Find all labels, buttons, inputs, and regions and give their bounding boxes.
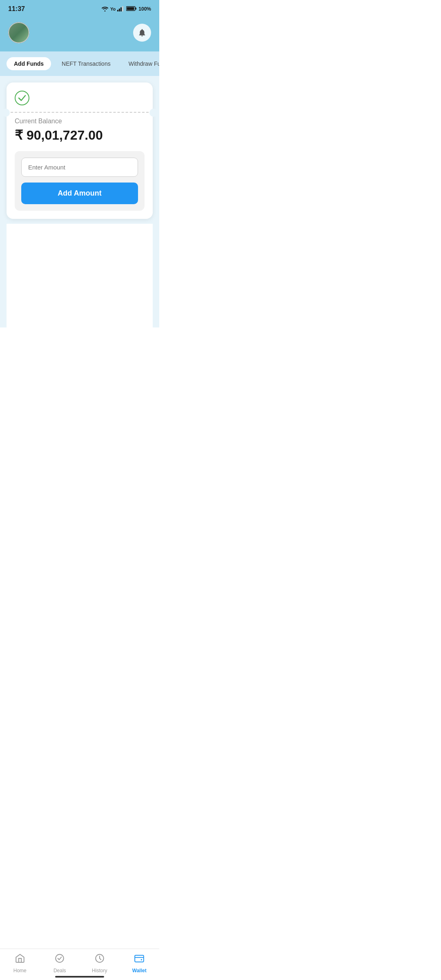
success-icon	[15, 91, 145, 107]
tab-withdraw-funds[interactable]: Withdraw Funds	[121, 57, 159, 70]
bell-icon	[138, 28, 147, 37]
avatar-image	[8, 22, 29, 43]
svg-point-7	[15, 91, 29, 105]
svg-rect-2	[120, 7, 122, 11]
main-content: Current Balance ₹ 90,01,727.00 Add Amoun…	[0, 76, 159, 327]
signal-icon	[117, 6, 125, 13]
amount-input[interactable]	[21, 158, 138, 177]
balance-card: Current Balance ₹ 90,01,727.00 Add Amoun…	[7, 82, 153, 219]
app-header	[0, 18, 159, 51]
svg-rect-0	[117, 10, 118, 11]
svg-rect-5	[136, 7, 137, 9]
status-icons: Yo 100%	[101, 6, 151, 13]
balance-amount: ₹ 90,01,727.00	[15, 127, 145, 143]
battery-icon	[126, 6, 137, 13]
status-bar: 11:37 Yo 100%	[0, 0, 159, 18]
wifi-icon	[101, 6, 109, 13]
empty-space	[7, 224, 153, 327]
battery-percent: 100%	[138, 6, 151, 12]
input-section: Add Amount	[15, 151, 145, 211]
lte-icon: Yo	[110, 7, 116, 11]
tab-neft-transactions[interactable]: NEFT Transactions	[54, 57, 118, 70]
svg-rect-6	[127, 7, 134, 10]
status-time: 11:37	[8, 5, 25, 13]
tab-add-funds[interactable]: Add Funds	[7, 57, 51, 70]
add-amount-button[interactable]: Add Amount	[21, 183, 138, 204]
avatar[interactable]	[8, 22, 29, 43]
balance-label: Current Balance	[15, 118, 145, 125]
svg-rect-3	[122, 6, 123, 11]
tabs-container: Add Funds NEFT Transactions Withdraw Fun…	[0, 51, 159, 76]
notification-button[interactable]	[133, 24, 151, 42]
svg-rect-1	[119, 9, 120, 11]
